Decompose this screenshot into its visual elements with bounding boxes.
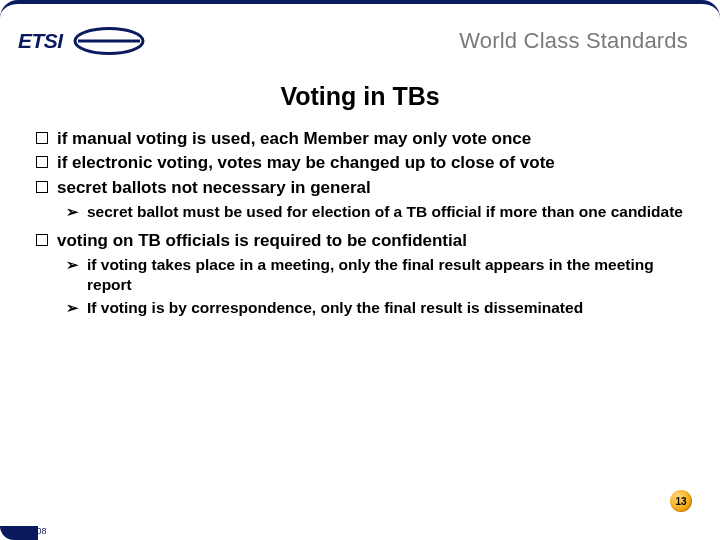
bullet-text: if electronic voting, votes may be chang… — [57, 152, 555, 173]
checkbox-bullet-icon — [36, 132, 48, 144]
page-number-badge: 13 — [670, 490, 692, 512]
bullet-text: secret ballot must be used for election … — [87, 202, 683, 221]
footer-code: SEM11-08 — [4, 526, 47, 536]
bullet-text: voting on TB officials is required to be… — [57, 230, 467, 251]
header-tagline: World Class Standards — [459, 28, 688, 54]
bullet-level1: secret ballots not necessary in general — [36, 177, 684, 198]
checkbox-bullet-icon — [36, 181, 48, 193]
bullet-text: If voting is by correspondence, only the… — [87, 298, 583, 317]
checkbox-bullet-icon — [36, 156, 48, 168]
bullet-text: if manual voting is used, each Member ma… — [57, 128, 531, 149]
arrow-bullet-icon: ➢ — [66, 203, 79, 221]
checkbox-bullet-icon — [36, 234, 48, 246]
bullet-level2: ➢ if voting takes place in a meeting, on… — [66, 255, 684, 294]
etsi-logo: ETSI — [18, 26, 148, 56]
arrow-bullet-icon: ➢ — [66, 256, 79, 274]
bullet-text: if voting takes place in a meeting, only… — [87, 255, 684, 294]
slide-body: if manual voting is used, each Member ma… — [36, 128, 684, 321]
bullet-level2: ➢ If voting is by correspondence, only t… — [66, 298, 684, 317]
logo-oval-icon — [72, 26, 146, 56]
bullet-level1: voting on TB officials is required to be… — [36, 230, 684, 251]
page-number: 13 — [675, 496, 686, 507]
bullet-level1: if manual voting is used, each Member ma… — [36, 128, 684, 149]
arrow-bullet-icon: ➢ — [66, 299, 79, 317]
bullet-text: secret ballots not necessary in general — [57, 177, 371, 198]
bullet-level1: if electronic voting, votes may be chang… — [36, 152, 684, 173]
slide-title: Voting in TBs — [0, 82, 720, 111]
slide: ETSI World Class Standards Voting in TBs… — [0, 0, 720, 540]
logo-text: ETSI — [18, 29, 63, 53]
bullet-level2: ➢ secret ballot must be used for electio… — [66, 202, 684, 221]
